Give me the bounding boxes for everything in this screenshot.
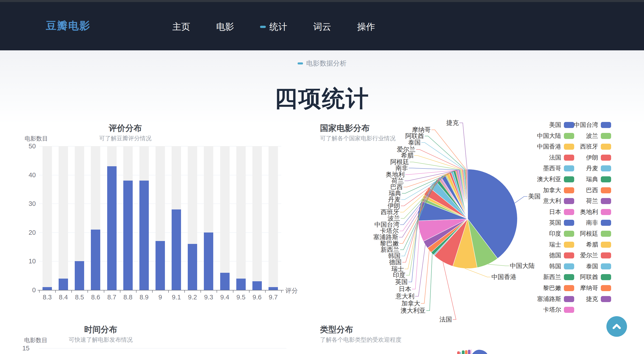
bar-9.3[interactable]: [204, 232, 213, 290]
legend-item-韩国[interactable]: 韩国: [549, 263, 561, 270]
legend-item-荷兰[interactable]: 荷兰: [586, 198, 598, 204]
legend-item-英国[interactable]: 英国: [549, 220, 561, 226]
x-axis-line: [38, 290, 284, 290]
bar-9.4[interactable]: [220, 273, 230, 290]
legend-item-爱尔兰[interactable]: 爱尔兰: [580, 252, 598, 259]
legend-swatch-西班牙[interactable]: [601, 144, 611, 150]
legend-item-塞浦路斯[interactable]: 塞浦路斯: [537, 296, 561, 302]
legend-swatch-瑞典[interactable]: [601, 176, 611, 182]
legend-item-阿根廷[interactable]: 阿根廷: [580, 230, 598, 237]
nav-item-词云[interactable]: 词云: [313, 20, 331, 33]
pie-label-塞浦路斯: 塞浦路斯: [373, 234, 398, 240]
legend-item-西班牙[interactable]: 西班牙: [580, 144, 598, 150]
legend-item-中国大陆[interactable]: 中国大陆: [537, 133, 561, 139]
legend-swatch-巴西[interactable]: [601, 187, 611, 193]
legend-swatch-希腊[interactable]: [601, 242, 611, 248]
bar-9.6[interactable]: [252, 281, 262, 290]
legend-item-澳大利亚[interactable]: 澳大利亚: [537, 176, 561, 182]
legend-item-墨西哥[interactable]: 墨西哥: [543, 165, 561, 172]
legend-item-新西兰[interactable]: 新西兰: [543, 274, 561, 280]
legend-swatch-奥地利[interactable]: [601, 209, 611, 215]
bar-8.9[interactable]: [140, 180, 149, 290]
bar-8.3[interactable]: [42, 287, 52, 290]
legend-item-奥地利[interactable]: 奥地利: [580, 209, 598, 215]
legend-swatch-日本[interactable]: [564, 209, 574, 215]
legend-item-捷克[interactable]: 捷克: [586, 296, 598, 302]
bar-8.7[interactable]: [107, 166, 116, 290]
logo[interactable]: 豆瓣电影: [46, 19, 91, 33]
legend-item-泰国[interactable]: 泰国: [586, 263, 598, 270]
type-distribution-chart[interactable]: 类型分布 了解各个电影类型的受欢迎程度: [320, 322, 633, 354]
legend-swatch-新西兰[interactable]: [564, 274, 574, 280]
legend-swatch-墨西哥[interactable]: [564, 165, 574, 172]
legend-swatch-南非[interactable]: [601, 220, 611, 226]
bar-8.8[interactable]: [123, 180, 133, 290]
bar-8.5[interactable]: [75, 261, 84, 290]
legend-swatch-塞浦路斯[interactable]: [564, 296, 574, 302]
legend-item-波兰[interactable]: 波兰: [586, 133, 598, 139]
legend-swatch-波兰[interactable]: [601, 133, 611, 139]
legend-swatch-中国台湾[interactable]: [601, 122, 611, 128]
legend-item-巴西[interactable]: 巴西: [586, 187, 598, 194]
legend-item-卡塔尔[interactable]: 卡塔尔: [543, 306, 561, 313]
nav-item-统计[interactable]: 统计: [260, 20, 287, 33]
legend-item-中国台湾[interactable]: 中国台湾: [574, 122, 598, 128]
legend-swatch-卡塔尔[interactable]: [564, 307, 574, 313]
legend-item-意大利[interactable]: 意大利: [543, 198, 561, 204]
legend-item-阿联酋[interactable]: 阿联酋: [580, 274, 598, 280]
legend-swatch-丹麦[interactable]: [601, 165, 611, 172]
legend-swatch-中国香港[interactable]: [564, 144, 574, 150]
legend-item-中国香港[interactable]: 中国香港: [537, 144, 561, 150]
bar-9.2[interactable]: [188, 244, 197, 290]
legend-item-丹麦[interactable]: 丹麦: [586, 165, 598, 172]
legend-swatch-捷克[interactable]: [601, 296, 611, 302]
legend-item-瑞士[interactable]: 瑞士: [549, 242, 561, 248]
bar-8.6[interactable]: [91, 230, 100, 290]
legend-swatch-阿联酋[interactable]: [601, 274, 611, 280]
legend-swatch-英国[interactable]: [564, 220, 574, 226]
pie-label-奥地利: 奥地利: [386, 171, 404, 178]
legend-swatch-韩国[interactable]: [564, 263, 574, 270]
legend-swatch-美国[interactable]: [564, 122, 574, 128]
legend-item-伊朗[interactable]: 伊朗: [586, 154, 598, 161]
legend-swatch-阿根廷[interactable]: [601, 231, 611, 237]
legend-swatch-黎巴嫩[interactable]: [564, 285, 574, 291]
bar-8.4[interactable]: [59, 278, 68, 290]
legend-swatch-荷兰[interactable]: [601, 198, 611, 204]
legend-item-南非[interactable]: 南非: [586, 220, 598, 226]
legend-swatch-德国[interactable]: [564, 252, 574, 258]
legend-swatch-瑞士[interactable]: [564, 242, 574, 248]
legend-item-瑞典[interactable]: 瑞典: [586, 176, 598, 182]
legend-swatch-摩纳哥[interactable]: [601, 285, 611, 291]
legend-swatch-泰国[interactable]: [601, 263, 611, 270]
legend-swatch-印度[interactable]: [564, 231, 574, 237]
legend-swatch-澳大利亚[interactable]: [564, 176, 574, 182]
legend-item-摩纳哥[interactable]: 摩纳哥: [580, 285, 598, 291]
nav-item-电影[interactable]: 电影: [216, 20, 234, 33]
legend-item-印度[interactable]: 印度: [549, 230, 561, 237]
bar-9.5[interactable]: [236, 278, 246, 290]
legend-item-黎巴嫩[interactable]: 黎巴嫩: [543, 285, 561, 291]
legend-swatch-法国[interactable]: [564, 154, 574, 161]
legend-item-德国[interactable]: 德国: [549, 252, 561, 259]
legend-swatch-加拿大[interactable]: [564, 187, 574, 193]
legend-item-法国[interactable]: 法国: [549, 154, 561, 161]
legend-item-希腊[interactable]: 希腊: [586, 242, 598, 248]
legend-item-加拿大[interactable]: 加拿大: [543, 187, 561, 194]
back-to-top-button[interactable]: [606, 316, 627, 337]
legend-swatch-意大利[interactable]: [564, 198, 574, 204]
legend-item-日本[interactable]: 日本: [549, 209, 561, 215]
nav-item-操作[interactable]: 操作: [357, 20, 375, 33]
legend-swatch-中国大陆[interactable]: [564, 133, 574, 139]
bar-9[interactable]: [156, 241, 165, 290]
bar-9.1[interactable]: [172, 210, 181, 290]
bar-9.7[interactable]: [268, 287, 278, 290]
legend-swatch-爱尔兰[interactable]: [601, 252, 611, 258]
country-distribution-chart[interactable]: 国家电影分布 可了解各个国家电影行业情况 捷克摩纳哥阿联酋泰国爱尔兰希腊阿根廷南…: [320, 121, 633, 323]
legend-item-美国[interactable]: 美国: [549, 122, 561, 128]
nav-item-主页[interactable]: 主页: [172, 20, 190, 33]
rating-distribution-chart[interactable]: 评价分布 可了解豆瓣评分情况 电影数目 评分 010203040508.38.4…: [14, 121, 300, 322]
legend-swatch-伊朗[interactable]: [601, 154, 611, 161]
nav-item-label: 操作: [357, 20, 375, 33]
time-distribution-chart[interactable]: 时间分布 可快速了解电影发布情况 电影数目 15: [14, 322, 300, 354]
